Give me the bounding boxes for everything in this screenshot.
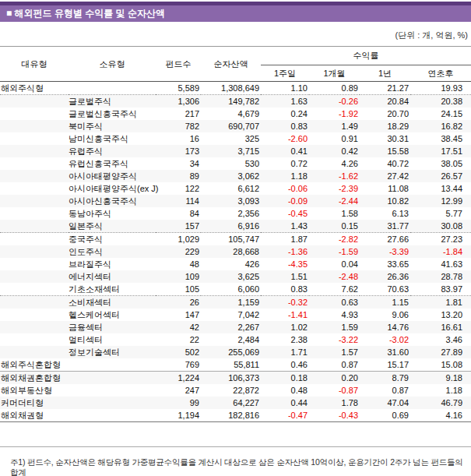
table-row-sub-type: 정보기술섹터502255,0691.711.5731.6027.89 bbox=[0, 346, 471, 358]
unit-label: (단위 : 개, 억원, %) bbox=[0, 30, 468, 41]
cell-return-1week: -2.60 bbox=[261, 132, 309, 145]
cell-return-1month: 0.04 bbox=[309, 258, 360, 270]
cell-return-1year: 9.06 bbox=[360, 309, 410, 321]
cell-fund-count: 42 bbox=[156, 321, 201, 333]
cell-return-1month: 7.62 bbox=[309, 283, 360, 296]
table-row-sub-type: 브라질주식48426-4.350.0433.6541.63 bbox=[0, 258, 471, 270]
cell-fund-count: 1,306 bbox=[156, 95, 201, 108]
cell-net-assets: 2,267 bbox=[201, 321, 261, 333]
cell-sub-type: 헬스케어섹터 bbox=[69, 309, 156, 321]
cell-return-ytd: 5.77 bbox=[410, 207, 471, 220]
table-row-sub-type: 인도주식22928,668-1.36-1.59-3.39-1.84 bbox=[0, 245, 471, 258]
cell-main-type: 해외주식형 bbox=[0, 82, 69, 95]
cell-net-assets: 2,484 bbox=[201, 333, 261, 346]
table-row-sub-type: 동남아주식842,356-0.451.586.135.77 bbox=[0, 207, 471, 220]
cell-sub-type: 소비재섹터 bbox=[69, 296, 156, 309]
cell-return-ytd: 9.18 bbox=[410, 372, 471, 385]
cell-return-1month: -0.87 bbox=[309, 384, 360, 397]
cell-fund-count: 122 bbox=[156, 182, 201, 195]
cell-return-1month: 1.78 bbox=[309, 397, 360, 409]
cell-return-1month: 0.63 bbox=[309, 296, 360, 309]
cell-sub-type: 남미신흥국주식 bbox=[69, 132, 156, 145]
cell-main-type bbox=[0, 245, 69, 258]
cell-return-1week: 1.71 bbox=[261, 346, 309, 358]
cell-return-ytd: 38.45 bbox=[410, 132, 471, 145]
cell-main-type bbox=[0, 296, 69, 309]
cell-net-assets: 7,042 bbox=[201, 309, 261, 321]
cell-return-1month: 4.93 bbox=[309, 309, 360, 321]
cell-fund-count: 1,224 bbox=[156, 372, 201, 385]
cell-return-ytd: -1.84 bbox=[410, 245, 471, 258]
cell-return-1year: 0.87 bbox=[360, 384, 410, 397]
cell-net-assets: 4,679 bbox=[201, 108, 261, 120]
cell-net-assets: 149,782 bbox=[201, 95, 261, 108]
cell-sub-type: 글로벌주식 bbox=[69, 95, 156, 108]
cell-return-1year: 70.63 bbox=[360, 283, 410, 296]
cell-main-type bbox=[0, 258, 69, 270]
cell-fund-count: 84 bbox=[156, 207, 201, 220]
table-row-sub-type: 글로벌신흥국주식2174,6790.24-1.9220.7024.15 bbox=[0, 108, 471, 120]
table-row-sub-type: 일본주식1576,9161.430.1531.7730.08 bbox=[0, 220, 471, 233]
table-row-sub-type: 북미주식782690,7070.831.4918.2916.82 bbox=[0, 120, 471, 132]
cell-main-type bbox=[0, 170, 69, 182]
cell-net-assets: 3,062 bbox=[201, 170, 261, 182]
cell-main-type: 해외채권혼합형 bbox=[0, 372, 69, 385]
cell-return-1year: 1.15 bbox=[360, 296, 410, 309]
header-main-type: 대유형 bbox=[0, 47, 69, 82]
cell-return-1month: -1.62 bbox=[309, 170, 360, 182]
cell-net-assets: 22,872 bbox=[201, 384, 261, 397]
cell-fund-count: 147 bbox=[156, 309, 201, 321]
cell-return-ytd: 38.05 bbox=[410, 157, 471, 170]
cell-net-assets: 64,227 bbox=[201, 397, 261, 409]
cell-net-assets: 2,356 bbox=[201, 207, 261, 220]
cell-return-1month: -0.43 bbox=[309, 409, 360, 422]
cell-sub-type bbox=[69, 409, 156, 422]
cell-return-ytd: 16.82 bbox=[410, 120, 471, 132]
cell-return-1week: 1.18 bbox=[261, 170, 309, 182]
cell-return-1year: 15.58 bbox=[360, 145, 410, 157]
cell-return-1week: 1.02 bbox=[261, 321, 309, 333]
cell-main-type bbox=[0, 182, 69, 195]
cell-sub-type: 아시아신흥국주식 bbox=[69, 195, 156, 207]
cell-return-ytd: 27.89 bbox=[410, 346, 471, 358]
cell-fund-count: 502 bbox=[156, 346, 201, 358]
cell-net-assets: 3,093 bbox=[201, 195, 261, 207]
cell-fund-count: 157 bbox=[156, 220, 201, 233]
cell-return-1week: 1.63 bbox=[261, 95, 309, 108]
cell-return-1year: 47.04 bbox=[360, 397, 410, 409]
cell-return-1week: -1.41 bbox=[261, 309, 309, 321]
cell-fund-count: 5,589 bbox=[156, 82, 201, 95]
cell-main-type bbox=[0, 309, 69, 321]
cell-net-assets: 1,159 bbox=[201, 296, 261, 309]
cell-fund-count: 173 bbox=[156, 145, 201, 157]
cell-sub-type: 기초소재섹터 bbox=[69, 283, 156, 296]
cell-return-ytd: 1.81 bbox=[410, 296, 471, 309]
cell-return-1month: 0.15 bbox=[309, 220, 360, 233]
cell-return-1week: 0.46 bbox=[261, 358, 309, 372]
cell-return-ytd: 13.44 bbox=[410, 182, 471, 195]
cell-fund-count: 247 bbox=[156, 384, 201, 397]
cell-fund-count: 229 bbox=[156, 245, 201, 258]
cell-main-type bbox=[0, 132, 69, 145]
cell-sub-type: 브라질주식 bbox=[69, 258, 156, 270]
cell-sub-type: 동남아주식 bbox=[69, 207, 156, 220]
cell-sub-type: 아시아태평양주식 bbox=[69, 170, 156, 182]
cell-sub-type: 유럽주식 bbox=[69, 145, 156, 157]
table-row-main-type: 커머더티형9964,2270.441.7847.0446.79 bbox=[0, 397, 471, 409]
cell-main-type bbox=[0, 207, 69, 220]
table-row-sub-type: 금융섹터422,2671.021.5914.7616.61 bbox=[0, 321, 471, 333]
cell-return-1year: 27.66 bbox=[360, 233, 410, 246]
cell-fund-count: 1,029 bbox=[156, 233, 201, 246]
cell-net-assets: 182,816 bbox=[201, 409, 261, 422]
header-return-1month: 1개월 bbox=[309, 65, 360, 82]
cell-return-1year: 33.65 bbox=[360, 258, 410, 270]
cell-fund-count: 89 bbox=[156, 170, 201, 182]
cell-return-1week: -0.09 bbox=[261, 195, 309, 207]
cell-sub-type: 글로벌신흥국주식 bbox=[69, 108, 156, 120]
cell-return-1year: 30.31 bbox=[360, 132, 410, 145]
cell-return-ytd: 24.15 bbox=[410, 108, 471, 120]
cell-return-1week: 0.48 bbox=[261, 384, 309, 397]
cell-net-assets: 690,707 bbox=[201, 120, 261, 132]
cell-return-1year: -3.39 bbox=[360, 245, 410, 258]
cell-return-1week: -4.35 bbox=[261, 258, 309, 270]
